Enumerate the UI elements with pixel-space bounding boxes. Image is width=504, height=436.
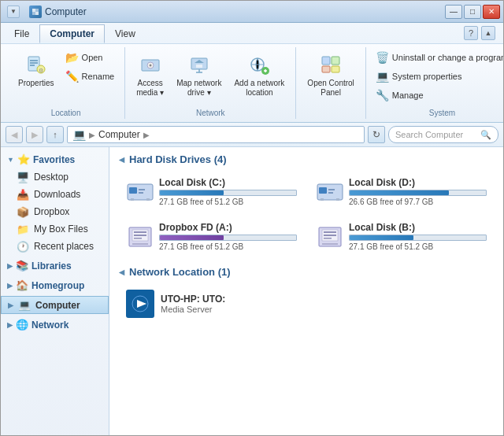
drive-a-item[interactable]: Dropbox FD (A:) 27.1 GB free of 51.2 GB: [119, 216, 304, 257]
network-location-subtitle: Media Server: [161, 305, 225, 314]
sidebar: ▼ ⭐ Favorites 🖥️ Desktop 📥 Downloads 📦 D…: [1, 147, 109, 436]
sidebar-item-dropbox[interactable]: 📦 Dropbox: [1, 203, 109, 220]
up-button[interactable]: ↑: [46, 126, 64, 143]
svg-rect-42: [324, 235, 336, 236]
drive-b-name: Local Disk (B:): [349, 222, 487, 233]
downloads-icon: 📥: [17, 188, 29, 201]
refresh-button[interactable]: ↻: [368, 126, 385, 143]
access-media-button[interactable]: Accessmedia ▾: [132, 49, 169, 101]
downloads-label: Downloads: [34, 189, 80, 200]
svg-rect-2: [32, 12, 35, 15]
address-path[interactable]: 💻 ▶ Computer ▶: [67, 126, 365, 143]
sidebar-header-network[interactable]: ▶ 🌐 Network: [1, 316, 109, 334]
svg-rect-24: [139, 192, 143, 194]
svg-rect-30: [328, 192, 333, 194]
drive-c-item[interactable]: Local Disk (C:) 27.1 GB free of 51.2 GB: [119, 172, 304, 212]
tab-view[interactable]: View: [105, 24, 146, 43]
search-icon: 🔍: [480, 130, 491, 140]
drive-d-item[interactable]: Local Disk (D:) 26.6 GB free of 97.7 GB: [309, 172, 494, 212]
open-control-panel-label: Open ControlPanel: [307, 79, 354, 98]
sidebar-item-myboxfiles[interactable]: 📁 My Box Files: [1, 220, 109, 238]
drive-c-free: 27.1 GB free of 51.2 GB: [159, 198, 297, 206]
favorites-label: Favorites: [33, 154, 75, 165]
search-box[interactable]: Search Computer 🔍: [388, 126, 498, 143]
rename-button[interactable]: ✏️ Rename: [62, 68, 119, 85]
properties-button[interactable]: ⚙ Properties: [13, 49, 59, 91]
drive-b-bar: [349, 235, 487, 241]
sidebar-item-recentplaces[interactable]: 🕐 Recent places: [1, 238, 109, 255]
expand-ribbon-button[interactable]: ▲: [481, 26, 495, 40]
minimize-button[interactable]: —: [445, 5, 462, 19]
drive-b-item[interactable]: Local Disk (B:) 27.1 GB free of 51.2 GB: [309, 216, 494, 257]
uninstall-program-button[interactable]: 🗑️ Uninstall or change a program: [372, 49, 504, 66]
network-nav-label: Network: [32, 320, 69, 331]
manage-icon: 🔧: [376, 89, 389, 102]
svg-rect-25: [131, 198, 134, 201]
homegroup-icon: 🏠: [16, 279, 28, 291]
svg-rect-0: [32, 9, 35, 12]
svg-rect-17: [322, 57, 330, 65]
sidebar-header-libraries[interactable]: ▶ 📚 Libraries: [1, 257, 109, 275]
address-bar: ◀ ▶ ↑ 💻 ▶ Computer ▶ ↻ Search Computer 🔍: [1, 123, 503, 147]
network-location-item[interactable]: UTO-HP: UTO: Media Server: [119, 284, 494, 323]
quick-access-toolbar: ▼: [7, 6, 20, 18]
back-button[interactable]: ◀: [6, 126, 23, 143]
quick-btn-1[interactable]: ▼: [7, 6, 20, 18]
ribbon-group-control: Open ControlPanel: [296, 47, 365, 119]
manage-label: Manage: [392, 91, 424, 100]
drive-a-fill: [160, 235, 224, 240]
myboxfiles-icon: 📁: [17, 223, 29, 235]
drive-d-free: 26.6 GB free of 97.7 GB: [349, 198, 487, 206]
open-control-panel-button[interactable]: Open ControlPanel: [302, 49, 358, 101]
dropbox-icon: 📦: [17, 205, 29, 218]
svg-rect-14: [196, 65, 202, 68]
properties-icon: ⚙: [24, 52, 49, 77]
close-button[interactable]: ✕: [483, 5, 500, 19]
sidebar-item-desktop[interactable]: 🖥️ Desktop: [1, 168, 109, 186]
group-system-label: System: [429, 107, 455, 117]
content-area: Hard Disk Drives (4) Local Disk (C:): [109, 147, 503, 436]
sidebar-header-homegroup[interactable]: ▶ 🏠 Homegroup: [1, 276, 109, 294]
path-separator-1: ▶: [89, 131, 95, 139]
manage-button[interactable]: 🔧 Manage: [372, 87, 504, 104]
tab-file[interactable]: File: [4, 24, 39, 43]
ribbon-content: ⚙ Properties 📂 Open ✏️ Rename Loc: [1, 43, 503, 122]
tab-computer[interactable]: Computer: [39, 24, 105, 43]
drive-b-info: Local Disk (B:) 27.1 GB free of 51.2 GB: [349, 222, 487, 251]
help-button[interactable]: ?: [464, 26, 478, 40]
forward-button[interactable]: ▶: [26, 126, 43, 143]
svg-rect-41: [324, 231, 336, 233]
maximize-button[interactable]: □: [464, 5, 481, 19]
ribbon-group-location-items: ⚙ Properties 📂 Open ✏️ Rename: [13, 49, 118, 107]
sidebar-header-computer[interactable]: ▶ 💻 Computer: [1, 296, 109, 314]
svg-rect-32: [336, 198, 339, 201]
drive-a-bar: [159, 235, 297, 241]
network-section-header[interactable]: Network Location (1): [119, 266, 494, 278]
drive-d-fill: [350, 190, 449, 195]
drive-d-name: Local Disk (D:): [349, 177, 487, 188]
ribbon-group-location: ⚙ Properties 📂 Open ✏️ Rename Loc: [7, 47, 125, 119]
drive-d-bar: [349, 190, 487, 196]
system-properties-button[interactable]: 💻 System properties: [372, 68, 504, 85]
svg-rect-6: [30, 62, 38, 64]
ribbon-tabs: File Computer View ? ▲: [1, 23, 503, 43]
computer-arrow: ▶: [8, 301, 13, 309]
hard-disk-section-header[interactable]: Hard Disk Drives (4): [119, 153, 494, 165]
svg-rect-36: [134, 235, 146, 236]
svg-rect-23: [139, 189, 145, 190]
homegroup-arrow: ▶: [7, 282, 13, 290]
open-button[interactable]: 📂 Open: [62, 49, 119, 66]
sidebar-header-favorites[interactable]: ▼ ⭐ Favorites: [1, 150, 109, 168]
network-location-info: UTO-HP: UTO: Media Server: [161, 294, 225, 314]
network-nav-icon: 🌐: [16, 319, 28, 331]
svg-rect-5: [30, 60, 38, 61]
sidebar-item-downloads[interactable]: 📥 Downloads: [1, 186, 109, 203]
map-network-drive-button[interactable]: Map networkdrive ▾: [172, 49, 226, 101]
sidebar-section-favorites: ▼ ⭐ Favorites 🖥️ Desktop 📥 Downloads 📦 D…: [1, 150, 109, 255]
svg-rect-44: [322, 243, 338, 245]
network-section-label: Network Location (1): [129, 266, 231, 278]
open-control-panel-icon: [318, 52, 343, 77]
add-network-location-button[interactable]: Add a networklocation: [229, 49, 289, 101]
uninstall-icon: 🗑️: [376, 51, 389, 64]
myboxfiles-label: My Box Files: [34, 224, 88, 235]
